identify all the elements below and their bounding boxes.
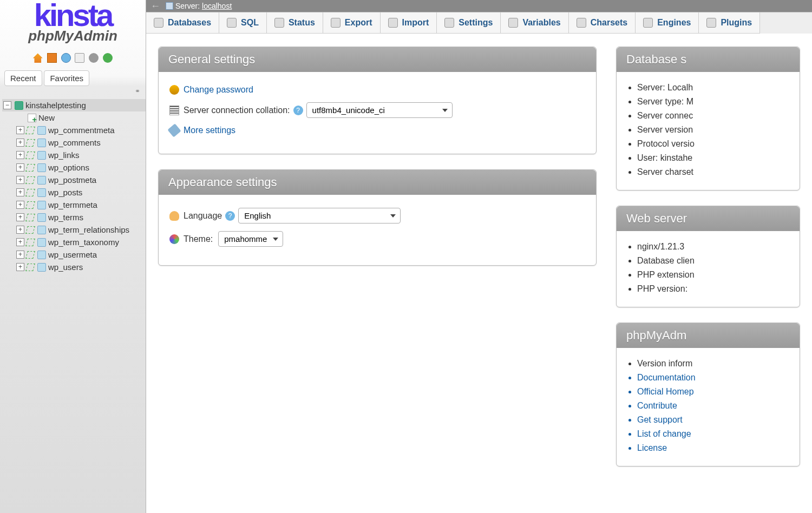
info-list-item[interactable]: Get support bbox=[637, 413, 789, 427]
theme-select[interactable]: pmahomme bbox=[218, 231, 283, 247]
panel-pma-title: phpMyAdm bbox=[617, 323, 800, 348]
panel-general-title: General settings bbox=[159, 47, 596, 72]
breadcrumb: ← Server: localhost bbox=[146, 0, 812, 12]
expand-icon[interactable] bbox=[16, 188, 24, 196]
tree-table[interactable]: wp_usermeta bbox=[2, 248, 146, 261]
expand-icon[interactable] bbox=[16, 263, 24, 271]
info-list-item: Server: Localh bbox=[637, 81, 789, 95]
panel-webserver-title: Web server bbox=[617, 206, 800, 231]
info-list-item[interactable]: License bbox=[637, 441, 789, 455]
home-icon[interactable] bbox=[33, 53, 43, 63]
help-icon[interactable] bbox=[225, 211, 235, 221]
panel-phpmyadmin: phpMyAdm Version informDocumentationOffi… bbox=[616, 323, 800, 466]
expand-icon[interactable] bbox=[16, 163, 24, 172]
collapse-icon[interactable] bbox=[3, 101, 11, 109]
expand-icon[interactable] bbox=[16, 213, 24, 221]
tree-new[interactable]: New bbox=[2, 111, 146, 124]
tree-database[interactable]: kinstahelptesting bbox=[2, 99, 146, 111]
tree-table[interactable]: wp_posts bbox=[2, 186, 146, 199]
tab-sql[interactable]: SQL bbox=[219, 12, 267, 34]
tree-table[interactable]: wp_options bbox=[2, 161, 146, 174]
tab-status[interactable]: Status bbox=[267, 12, 323, 34]
expand-icon[interactable] bbox=[16, 151, 24, 159]
tree-table[interactable]: wp_links bbox=[2, 149, 146, 161]
tree-table[interactable]: wp_term_relationships bbox=[2, 223, 146, 236]
table-link-icon bbox=[25, 239, 35, 246]
table-link-icon bbox=[25, 176, 35, 184]
theme-icon bbox=[169, 234, 179, 244]
tab-engines[interactable]: Engines bbox=[636, 12, 699, 34]
navpanel-settings-icon[interactable] bbox=[75, 53, 84, 63]
db-tree: kinstahelptesting New wp_commentmetawp_c… bbox=[0, 97, 146, 513]
panel-appearance-title: Appearance settings bbox=[159, 170, 596, 195]
settings-icon bbox=[444, 18, 454, 28]
tree-table[interactable]: wp_termmeta bbox=[2, 199, 146, 211]
sql-icon bbox=[227, 18, 237, 28]
export-icon bbox=[331, 18, 340, 28]
expand-icon[interactable] bbox=[16, 201, 24, 209]
info-list-item: nginx/1.21.3 bbox=[637, 240, 789, 254]
database-icon bbox=[15, 101, 23, 110]
info-list-item[interactable]: List of change bbox=[637, 427, 789, 441]
expand-icon[interactable] bbox=[16, 251, 24, 259]
table-icon bbox=[37, 188, 46, 197]
expand-icon[interactable] bbox=[16, 139, 24, 147]
collation-label: Server connection collation: bbox=[184, 106, 290, 115]
language-select[interactable]: English bbox=[238, 208, 401, 223]
change-password-link[interactable]: Change password bbox=[184, 85, 253, 95]
table-link-icon bbox=[25, 139, 35, 147]
info-list-item[interactable]: Official Homep bbox=[637, 385, 789, 399]
recent-tab[interactable]: Recent bbox=[4, 70, 42, 86]
expand-icon[interactable] bbox=[16, 126, 24, 134]
favorites-tab[interactable]: Favorites bbox=[44, 70, 89, 86]
table-link-icon bbox=[25, 201, 35, 209]
refresh-icon[interactable] bbox=[103, 53, 113, 63]
more-settings-link[interactable]: More settings bbox=[184, 126, 235, 135]
link-indicator-icon[interactable]: ⚭ bbox=[0, 86, 146, 97]
panel-general-settings: General settings Change password Server … bbox=[158, 47, 597, 154]
table-link-icon bbox=[25, 214, 35, 221]
new-table-icon bbox=[28, 114, 36, 122]
import-icon bbox=[388, 18, 398, 28]
tree-table-label: wp_commentmeta bbox=[48, 126, 115, 135]
tab-plugins[interactable]: Plugins bbox=[699, 12, 760, 34]
expand-icon[interactable] bbox=[16, 226, 24, 234]
panel-web-server: Web server nginx/1.21.3Database clienPHP… bbox=[616, 206, 800, 307]
tree-table-label: wp_terms bbox=[48, 213, 83, 222]
tree-table[interactable]: wp_commentmeta bbox=[2, 124, 146, 136]
expand-icon[interactable] bbox=[16, 238, 24, 246]
tab-export[interactable]: Export bbox=[323, 12, 381, 34]
table-icon bbox=[37, 213, 46, 222]
tab-databases[interactable]: Databases bbox=[146, 12, 219, 34]
tree-db-label: kinstahelptesting bbox=[25, 101, 86, 110]
info-list-item: Server charset bbox=[637, 165, 789, 179]
table-icon bbox=[37, 151, 46, 160]
info-list-item[interactable]: Documentation bbox=[637, 371, 789, 385]
tab-settings[interactable]: Settings bbox=[437, 12, 501, 34]
back-icon[interactable]: ← bbox=[150, 1, 160, 11]
docs-icon[interactable] bbox=[61, 53, 71, 63]
expand-icon[interactable] bbox=[16, 176, 24, 184]
charsets-icon bbox=[577, 18, 586, 28]
collation-select[interactable]: utf8mb4_unicode_ci bbox=[306, 102, 453, 118]
tree-table[interactable]: wp_terms bbox=[2, 211, 146, 223]
brand-phpmyadmin: phpMyAdmin bbox=[8, 28, 138, 44]
tree-table[interactable]: wp_term_taxonomy bbox=[2, 236, 146, 248]
info-list-item[interactable]: Contribute bbox=[637, 399, 789, 413]
table-icon bbox=[37, 139, 46, 147]
tree-new-label: New bbox=[38, 113, 55, 122]
tab-import[interactable]: Import bbox=[381, 12, 437, 34]
tab-charsets[interactable]: Charsets bbox=[569, 12, 636, 34]
tree-table[interactable]: wp_postmeta bbox=[2, 174, 146, 186]
logout-icon[interactable] bbox=[47, 53, 57, 63]
breadcrumb-server-value[interactable]: localhost bbox=[202, 2, 232, 10]
info-list-item: Server type: M bbox=[637, 95, 789, 109]
tree-table[interactable]: wp_users bbox=[2, 261, 146, 273]
reload-nav-icon[interactable] bbox=[89, 53, 99, 63]
table-link-icon bbox=[25, 127, 35, 134]
tab-variables[interactable]: Variables bbox=[501, 12, 568, 34]
info-list-item: Protocol versio bbox=[637, 137, 789, 151]
tree-table[interactable]: wp_comments bbox=[2, 136, 146, 149]
help-icon[interactable] bbox=[293, 106, 303, 115]
key-icon bbox=[169, 85, 179, 95]
